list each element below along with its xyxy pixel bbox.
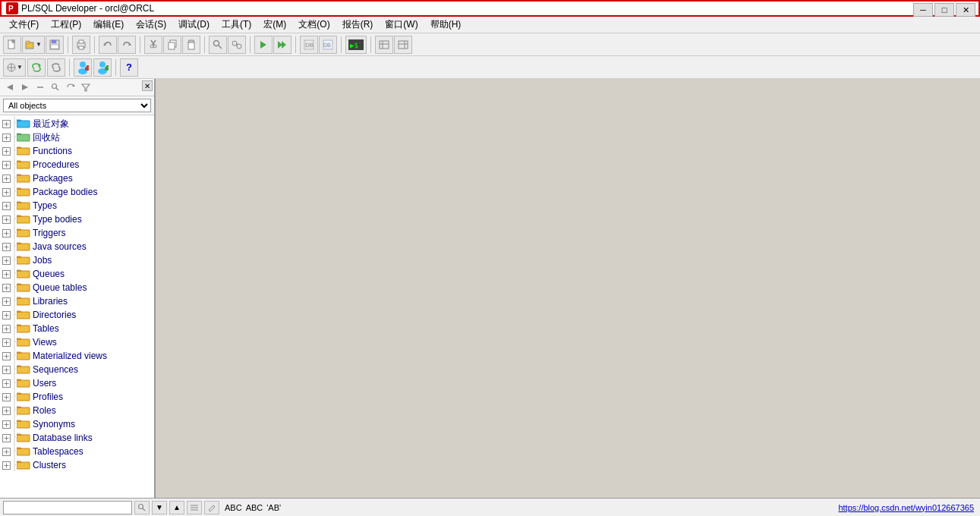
copy-button[interactable] (163, 36, 181, 54)
user-connect-button[interactable] (74, 58, 92, 77)
open-dropdown-button[interactable]: ▼ (22, 36, 45, 54)
expand-icon-sequences[interactable] (2, 365, 11, 374)
tree-item-types[interactable]: Types (0, 199, 154, 212)
menu-report[interactable]: 报告(R) (336, 17, 380, 33)
menu-doc[interactable]: 文档(O) (292, 17, 336, 33)
tree-item-clusters[interactable]: Clusters (0, 458, 154, 472)
tree-item-type_bodies[interactable]: Type bodies (0, 212, 154, 226)
expand-icon-libraries[interactable] (2, 297, 11, 306)
disconnect-button[interactable] (47, 58, 65, 77)
paste-button[interactable] (182, 36, 200, 54)
close-button[interactable]: ✕ (956, 3, 975, 17)
menu-tools[interactable]: 工具(T) (216, 17, 257, 33)
expand-icon-directories[interactable] (2, 310, 11, 319)
expand-icon-recent[interactable] (2, 119, 11, 128)
tree-item-java_sources[interactable]: Java sources (0, 240, 154, 253)
status-down-button[interactable]: ▼ (152, 501, 167, 514)
expand-icon-roles[interactable] (2, 406, 11, 415)
export-button[interactable]: DB (319, 36, 337, 54)
expand-icon-java_sources[interactable] (2, 242, 11, 251)
maximize-button[interactable]: □ (934, 3, 954, 17)
expand-icon-tables[interactable] (2, 324, 11, 333)
tree-item-directories[interactable]: Directories (0, 308, 154, 322)
tree-item-views[interactable]: Views (0, 335, 154, 349)
menu-debug[interactable]: 调试(D) (172, 17, 216, 33)
tree-item-users[interactable]: Users (0, 376, 154, 390)
run-button[interactable]: ▶$ (345, 36, 367, 54)
connection-dropdown[interactable]: ▼ (3, 58, 26, 77)
menu-session[interactable]: 会话(S) (130, 17, 172, 33)
tree-item-profiles[interactable]: Profiles (0, 390, 154, 404)
expand-icon-views[interactable] (2, 338, 11, 347)
tree-item-recycle[interactable]: 回收站 (0, 131, 154, 144)
panel-filter-button[interactable] (79, 80, 93, 94)
status-link[interactable]: https://blog.csdn.net/wyin012667365 (838, 503, 974, 512)
tree-item-packages[interactable]: Packages (0, 171, 154, 185)
tree-container[interactable]: 最近对象 回收站 Functions Procedures Packages P… (0, 115, 154, 498)
menu-window[interactable]: 窗口(W) (379, 17, 424, 33)
expand-icon-database_links[interactable] (2, 433, 11, 442)
table-left-button[interactable] (375, 36, 393, 54)
tree-item-roles[interactable]: Roles (0, 404, 154, 417)
tree-item-triggers[interactable]: Triggers (0, 226, 154, 240)
panel-minus-button[interactable] (33, 80, 47, 94)
undo-button[interactable] (99, 36, 117, 54)
status-edit-button[interactable] (204, 501, 219, 514)
tree-item-functions[interactable]: Functions (0, 144, 154, 158)
expand-icon-synonyms[interactable] (2, 420, 11, 429)
compile-button[interactable] (254, 36, 273, 54)
new-button[interactable] (3, 36, 21, 54)
tree-item-tables[interactable]: Tables (0, 322, 154, 335)
import-button[interactable]: DB (300, 36, 318, 54)
expand-icon-materialized_views[interactable] (2, 351, 11, 360)
panel-search-button[interactable] (49, 80, 62, 94)
tree-item-queue_tables[interactable]: Queue tables (0, 281, 154, 294)
save-button[interactable] (46, 36, 64, 54)
expand-icon-triggers[interactable] (2, 228, 11, 238)
expand-icon-queues[interactable] (2, 269, 11, 278)
menu-edit[interactable]: 编辑(E) (87, 17, 130, 33)
expand-icon-users[interactable] (2, 379, 11, 388)
tree-item-libraries[interactable]: Libraries (0, 294, 154, 308)
tree-item-database_links[interactable]: Database links (0, 431, 154, 445)
tree-item-recent[interactable]: 最近对象 (0, 117, 154, 131)
status-up-button[interactable]: ▲ (169, 501, 184, 514)
status-list-button[interactable] (187, 501, 202, 514)
cut-button[interactable] (144, 36, 162, 54)
tree-item-sequences[interactable]: Sequences (0, 363, 154, 376)
user-disconnect-button[interactable] (93, 58, 112, 77)
expand-icon-clusters[interactable] (2, 461, 11, 470)
expand-icon-profiles[interactable] (2, 392, 11, 401)
expand-icon-functions[interactable] (2, 146, 11, 156)
expand-icon-tablespaces[interactable] (2, 447, 11, 456)
tree-item-tablespaces[interactable]: Tablespaces (0, 445, 154, 458)
print-button[interactable] (72, 36, 90, 54)
tree-item-package_bodies[interactable]: Package bodies (0, 185, 154, 199)
expand-icon-package_bodies[interactable] (2, 187, 11, 197)
status-search-button[interactable] (134, 501, 150, 514)
expand-icon-type_bodies[interactable] (2, 215, 11, 224)
replace-button[interactable] (228, 36, 246, 54)
tree-item-synonyms[interactable]: Synonyms (0, 417, 154, 431)
menu-file[interactable]: 文件(F) (3, 17, 45, 33)
menu-macro[interactable]: 宏(M) (257, 17, 292, 33)
expand-icon-queue_tables[interactable] (2, 283, 11, 292)
panel-back-button[interactable] (3, 80, 17, 94)
compile-all-button[interactable] (273, 36, 291, 54)
tree-item-jobs[interactable]: Jobs (0, 253, 154, 267)
panel-refresh-button[interactable] (64, 80, 77, 94)
status-input[interactable] (3, 501, 132, 514)
expand-icon-procedures[interactable] (2, 160, 11, 169)
minimize-button[interactable]: ─ (913, 3, 933, 17)
expand-icon-recycle[interactable] (2, 133, 11, 142)
expand-icon-types[interactable] (2, 201, 11, 210)
redo-button[interactable] (118, 36, 136, 54)
expand-icon-packages[interactable] (2, 174, 11, 183)
tree-item-procedures[interactable]: Procedures (0, 158, 154, 171)
table-right-button[interactable] (394, 36, 412, 54)
object-type-select[interactable]: All objects (3, 99, 151, 112)
find-button[interactable] (209, 36, 227, 54)
help-button[interactable]: ? (120, 58, 138, 77)
panel-close-button[interactable]: ✕ (142, 80, 153, 91)
tree-item-queues[interactable]: Queues (0, 267, 154, 281)
